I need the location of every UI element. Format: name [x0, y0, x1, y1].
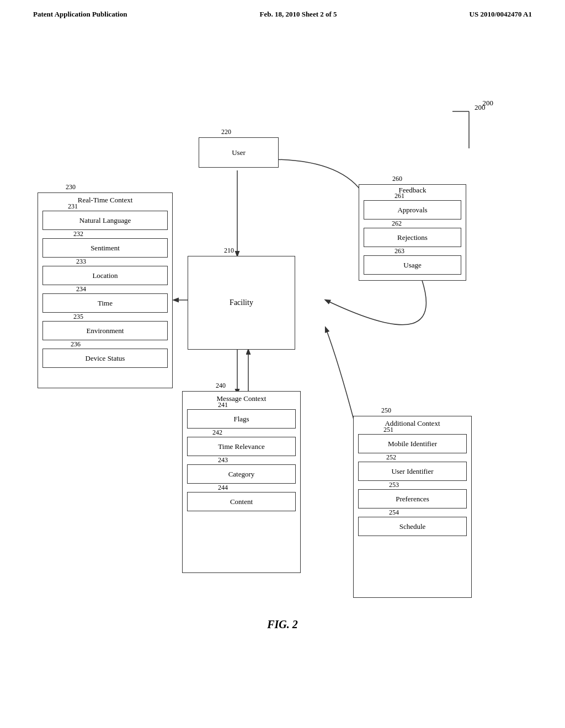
- ds-num: 236: [71, 340, 81, 349]
- user-id-box: 252 User Identifier: [358, 462, 467, 481]
- time-num: 234: [76, 285, 86, 293]
- location-label: Location: [92, 271, 118, 280]
- pref-label: Preferences: [396, 495, 429, 504]
- nl-label: Natural Language: [79, 216, 131, 225]
- facility-box: 210 Facility: [188, 256, 295, 350]
- cat-num: 243: [218, 456, 228, 464]
- device-status-box: 236 Device Status: [42, 349, 168, 368]
- sentiment-num: 232: [73, 230, 83, 238]
- ac-label: Additional Context: [354, 419, 471, 428]
- user-num: 220: [221, 128, 231, 136]
- user-box: 220 User: [199, 137, 279, 168]
- preferences-box: 253 Preferences: [358, 489, 467, 508]
- usage-label: Usage: [403, 261, 422, 270]
- mc-label: Message Context: [183, 394, 300, 403]
- facility-num: 210: [224, 247, 234, 255]
- usage-box: 263 Usage: [364, 255, 461, 275]
- sentiment-box: 232 Sentiment: [42, 238, 168, 258]
- time-relevance-box: 242 Time Relevance: [187, 437, 296, 456]
- figure-caption: FIG. 2: [267, 618, 298, 631]
- location-box: 233 Location: [42, 266, 168, 285]
- header-right: US 2010/0042470 A1: [470, 10, 532, 19]
- facility-label: Facility: [230, 298, 253, 307]
- nl-num: 231: [68, 202, 78, 211]
- ui-label: User Identifier: [391, 467, 433, 476]
- ref-200-label: 200: [483, 99, 494, 108]
- ds-label: Device Status: [86, 354, 125, 363]
- rtc-num: 230: [66, 183, 76, 191]
- category-box: 243 Category: [187, 464, 296, 484]
- header-left: Patent Application Publication: [33, 10, 127, 19]
- environment-box: 235 Environment: [42, 321, 168, 340]
- sentiment-label: Sentiment: [90, 244, 120, 253]
- rejections-num: 262: [392, 220, 402, 228]
- tr-label: Time Relevance: [218, 442, 264, 451]
- header-middle: Feb. 18, 2010 Sheet 2 of 5: [259, 10, 337, 19]
- flags-box: 241 Flags: [187, 409, 296, 429]
- approvals-box: 261 Approvals: [364, 200, 461, 220]
- additional-context-box: 250 Additional Context 251 Mobile Identi…: [353, 416, 472, 598]
- pref-num: 253: [389, 481, 399, 489]
- mi-num: 251: [383, 426, 393, 434]
- feedback-num: 260: [392, 175, 402, 183]
- usage-num: 263: [395, 247, 404, 255]
- feedback-box: 260 Feedback 261 Approvals 262 Rejection…: [359, 184, 466, 281]
- rtc-label: Real-Time Context: [38, 196, 172, 205]
- real-time-context-box: 230 Real-Time Context 231 Natural Langua…: [38, 192, 173, 388]
- time-box: 234 Time: [42, 293, 168, 313]
- content-box: 244 Content: [187, 492, 296, 511]
- message-context-box: 240 Message Context 241 Flags 242 Time R…: [182, 391, 301, 573]
- diagram-area: 200 200 220 User 260 F: [0, 30, 565, 664]
- tr-num: 242: [212, 429, 222, 437]
- time-label: Time: [98, 299, 113, 308]
- schedule-box: 254 Schedule: [358, 517, 467, 536]
- flags-num: 241: [218, 401, 228, 409]
- content-num: 244: [218, 484, 228, 492]
- natural-language-box: 231 Natural Language: [42, 211, 168, 230]
- env-num: 235: [73, 313, 83, 321]
- ui-num: 252: [386, 453, 396, 462]
- sch-num: 254: [389, 508, 399, 517]
- mobile-id-box: 251 Mobile Identifier: [358, 434, 467, 453]
- approvals-label: Approvals: [397, 206, 427, 215]
- content-label: Content: [230, 497, 253, 506]
- mc-num: 240: [216, 382, 226, 390]
- feedback-label: Feedback: [359, 186, 466, 195]
- approvals-num: 261: [395, 192, 404, 200]
- ac-num: 250: [381, 406, 391, 415]
- patent-header: Patent Application Publication Feb. 18, …: [0, 0, 565, 24]
- rejections-box: 262 Rejections: [364, 228, 461, 247]
- rejections-label: Rejections: [397, 233, 428, 242]
- mi-label: Mobile Identifier: [388, 440, 437, 448]
- location-num: 233: [76, 258, 86, 266]
- env-label: Environment: [87, 326, 124, 335]
- flags-label: Flags: [233, 415, 249, 424]
- cat-label: Category: [228, 470, 255, 479]
- sch-label: Schedule: [399, 522, 426, 531]
- user-label: User: [232, 148, 246, 157]
